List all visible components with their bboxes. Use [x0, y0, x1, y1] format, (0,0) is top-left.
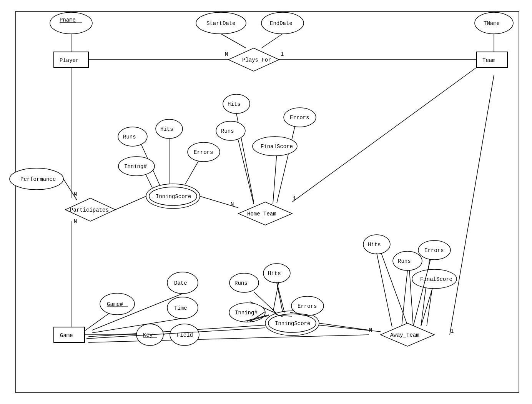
- performance-participates-line: [63, 179, 77, 200]
- startdate-playsfor-line: [221, 34, 246, 48]
- errors-botright-label: Errors: [424, 247, 444, 254]
- startdate-label: StartDate: [206, 20, 236, 27]
- svg-line-10: [277, 282, 284, 312]
- errors-botleft-label: Errors: [298, 303, 317, 309]
- svg-line-12: [377, 253, 392, 327]
- runs-botleft-label: Runs: [234, 280, 248, 286]
- finalscore-bot-line: [427, 287, 432, 326]
- home-team-label: Home_Team: [247, 211, 276, 217]
- errors-topleft-line: [185, 159, 200, 185]
- runs-topcenter-line: [238, 140, 254, 204]
- awayteam-team-line: [450, 75, 494, 335]
- runs-topcenter-label: Runs: [221, 128, 234, 134]
- svg-line-15: [421, 288, 432, 326]
- finalscore-top-line: [273, 153, 277, 204]
- inningbot-away-line: [319, 323, 369, 330]
- runs-topleft-label: Runs: [123, 134, 136, 140]
- time-label: Time: [174, 305, 187, 311]
- hits-topcenter-label: Hits: [228, 101, 241, 107]
- errors-topcenter-label: Errors: [290, 115, 309, 121]
- plays-for-label: Plays_For: [242, 57, 271, 63]
- hits-botleft-label: Hits: [268, 270, 281, 277]
- runs-botright-label: Runs: [398, 258, 411, 264]
- team-label: Team: [482, 57, 495, 63]
- time-game-line: [92, 319, 181, 333]
- pname-attr: [50, 12, 92, 34]
- hometeam-team-line: [292, 67, 477, 202]
- enddate-playsfor-line: [261, 34, 283, 48]
- one-label-away: 1: [451, 328, 454, 334]
- participates-innings-line: [115, 196, 146, 210]
- inningscore-bot-label: InningScore: [275, 321, 310, 327]
- performance-label: Performance: [20, 176, 56, 182]
- date-label: Date: [174, 280, 187, 286]
- n-label-participates: N: [74, 219, 77, 225]
- m-label: M: [74, 192, 77, 198]
- inningscore-top-label: InningScore: [156, 194, 191, 200]
- one-label-home: 1: [293, 195, 296, 202]
- inning-bot-label: Inning#: [235, 310, 258, 316]
- hits-topleft-label: Hits: [160, 126, 173, 132]
- n-label-away: N: [369, 327, 372, 333]
- away-team-label: Away_Team: [390, 332, 419, 338]
- er-diagram: N 1 M N N 1: [0, 0, 532, 404]
- hits-botright-label: Hits: [368, 242, 381, 248]
- n-label-plays-for: N: [225, 51, 228, 57]
- n-label-home: N: [231, 201, 234, 207]
- finalscore-top-label: FinalScore: [261, 144, 293, 150]
- participates-label: Participates: [70, 207, 109, 213]
- player-label: Player: [60, 57, 79, 63]
- tname-label: TName: [484, 20, 500, 27]
- errors-topleft-label: Errors: [194, 149, 213, 155]
- one-label-plays-for: 1: [281, 51, 284, 57]
- game-label: Game: [60, 332, 73, 339]
- enddate-label: EndDate: [270, 20, 293, 27]
- inning-top-label: Inning#: [124, 164, 147, 170]
